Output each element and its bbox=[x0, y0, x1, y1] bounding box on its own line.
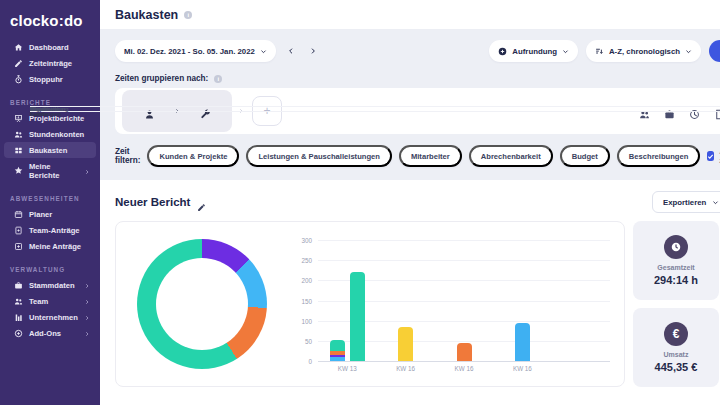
date-range-selector[interactable]: Mi. 02. Dez. 2021 - So. 05. Jan. 2022 bbox=[115, 40, 276, 62]
sidebar-item-label: Planer bbox=[29, 210, 52, 219]
sidebar-item-label: Meine Berichte bbox=[29, 162, 78, 180]
bar bbox=[330, 340, 345, 361]
info-icon[interactable]: i bbox=[184, 11, 192, 19]
chevron-down-icon bbox=[685, 48, 692, 55]
grouping-label: Zeiten gruppieren nach: bbox=[115, 74, 208, 83]
pencil-icon bbox=[14, 59, 23, 68]
donut-ring bbox=[137, 239, 267, 369]
bar-segment bbox=[350, 272, 365, 361]
app-logo: clocko:do bbox=[0, 10, 100, 39]
calendar-icon bbox=[14, 210, 23, 219]
y-axis-tick: 100 bbox=[288, 317, 312, 324]
export-button[interactable]: Exportieren bbox=[652, 191, 720, 213]
sidebar-item-label: Stoppuhr bbox=[29, 75, 63, 84]
filter-label: Zeit filtern: bbox=[115, 147, 140, 165]
sidebar-item-label: Stammdaten bbox=[29, 281, 75, 290]
bar-chart: 050100150200250300KW 13KW 16KW 16KW 16 bbox=[288, 240, 610, 361]
x-axis-label: KW 16 bbox=[435, 365, 493, 372]
clock-icon bbox=[664, 235, 688, 259]
sidebar-item-label: Dashboard bbox=[29, 43, 69, 52]
rounding-icon bbox=[498, 47, 507, 56]
sidebar-item-unternehmen[interactable]: Unternehmen bbox=[4, 309, 96, 325]
filter-pill-leistungen-pauschalleistungen[interactable]: Leistungen & Pauschalleistungen bbox=[246, 145, 392, 167]
filter-pill-abrechenbarkeit[interactable]: Abrechenbarkeit bbox=[469, 145, 553, 167]
group-chip-leistungen[interactable]: Leistungen bbox=[184, 94, 226, 128]
summary-card-umsatz: €Umsatz445,35 € bbox=[633, 308, 719, 387]
y-axis-tick: 300 bbox=[288, 237, 312, 244]
sidebar-item-label: Team-Anträge bbox=[29, 226, 80, 235]
sidebar-item-team-antr-ge[interactable]: Team-Anträge bbox=[4, 222, 96, 238]
report-header: Neuer Bericht Exportieren Abrechnen bbox=[115, 192, 720, 212]
sidebar-item-label: Add-Ons bbox=[29, 329, 61, 338]
sidebar-item-meine-berichte[interactable]: Meine Berichte bbox=[4, 158, 96, 183]
sidebar-item-team[interactable]: Team bbox=[4, 293, 96, 309]
chart-icon bbox=[14, 114, 23, 123]
y-axis-tick: 250 bbox=[288, 257, 312, 264]
grid-icon bbox=[14, 146, 23, 155]
sidebar-item-label: Unternehmen bbox=[29, 313, 78, 322]
summary-card-gesamtzeit: Gesamtzeit294:14 h bbox=[633, 221, 719, 300]
plus-square-icon bbox=[14, 242, 23, 251]
sidebar-item-dashboard[interactable]: Dashboard bbox=[4, 39, 96, 55]
chevron-right-icon bbox=[84, 298, 90, 304]
grouping-option-label: Monat bbox=[30, 106, 720, 107]
sidebar-item-label: Meine Anträge bbox=[29, 242, 81, 251]
briefcase-icon bbox=[14, 281, 23, 290]
summary-value: 445,35 € bbox=[655, 361, 698, 373]
filter-pill-beschreibungen[interactable]: Beschreibungen bbox=[617, 145, 701, 167]
bar-segment bbox=[330, 340, 345, 351]
doc-plus-icon bbox=[14, 226, 23, 235]
chevron-right-icon bbox=[84, 168, 90, 174]
summary-cards: Gesamtzeit294:14 h€Umsatz445,35 € bbox=[633, 221, 719, 387]
sidebar-item-meine-antr-ge[interactable]: Meine Anträge bbox=[4, 238, 96, 254]
sidebar-section-label: ABWESENHEITEN bbox=[0, 183, 100, 206]
rounding-label: Aufrundung bbox=[512, 47, 557, 56]
grouping-bar: KundeLeistungen + MitarbeiterProjektAbre… bbox=[115, 88, 720, 134]
filter-pill-budget[interactable]: Budget bbox=[560, 145, 610, 167]
sidebar-item-add-ons[interactable]: Add-Ons bbox=[4, 325, 96, 341]
donut-chart bbox=[116, 222, 288, 386]
edit-pencil-icon[interactable] bbox=[197, 198, 206, 207]
people-icon bbox=[14, 130, 23, 139]
filter-pill-kunden-projekte[interactable]: Kunden & Projekte bbox=[147, 145, 239, 167]
euro-icon: € bbox=[664, 322, 688, 346]
x-axis-label: KW 13 bbox=[318, 365, 376, 372]
sidebar-item-stammdaten[interactable]: Stammdaten bbox=[4, 277, 96, 293]
y-axis-tick: 0 bbox=[288, 358, 312, 365]
chevron-right-icon bbox=[84, 330, 90, 336]
bar-segment bbox=[457, 343, 472, 361]
next-period-button[interactable] bbox=[306, 44, 320, 58]
stopwatch-icon bbox=[14, 75, 23, 84]
sort-dropdown[interactable]: A-Z, chronologisch bbox=[586, 40, 701, 62]
controls-band: Mi. 02. Dez. 2021 - So. 05. Jan. 2022 Au… bbox=[100, 30, 720, 180]
main-area: Baukasten i Mi. 02. Dez. 2021 - So. 05. … bbox=[100, 0, 720, 405]
sidebar-item-zeiteintr-ge[interactable]: Zeiteinträge bbox=[4, 55, 96, 71]
sidebar-item-baukasten[interactable]: Baukasten bbox=[4, 142, 96, 158]
sort-icon bbox=[595, 47, 604, 56]
bar-segment bbox=[398, 327, 413, 361]
bar-group bbox=[552, 240, 610, 361]
sidebar-item-label: Stundenkonten bbox=[29, 130, 84, 139]
sidebar-item-stoppuhr[interactable]: Stoppuhr bbox=[4, 71, 96, 87]
prev-period-button[interactable] bbox=[284, 44, 298, 58]
date-range-label: Mi. 02. Dez. 2021 - So. 05. Jan. 2022 bbox=[124, 47, 255, 56]
grouping-label-row: Zeiten gruppieren nach: i bbox=[115, 74, 720, 83]
archived-toggle[interactable]: Archivierte zeigen bbox=[707, 147, 720, 165]
sort-label: A-Z, chronologisch bbox=[609, 47, 680, 56]
chevron-right-icon bbox=[84, 314, 90, 320]
info-icon[interactable]: i bbox=[214, 75, 222, 83]
y-axis-tick: 50 bbox=[288, 337, 312, 344]
bar-group: KW 13 bbox=[318, 240, 376, 361]
app-window: clocko:do DashboardZeiteinträgeStoppuhrB… bbox=[0, 0, 720, 405]
x-axis-label: KW 16 bbox=[376, 365, 434, 372]
chevron-down-icon bbox=[562, 48, 569, 55]
save-template-button[interactable]: Vorlage speichern bbox=[709, 40, 720, 62]
sidebar-item-stundenkonten[interactable]: Stundenkonten bbox=[4, 126, 96, 142]
sidebar-item-planer[interactable]: Planer bbox=[4, 206, 96, 222]
sidebar-item-label: Baukasten bbox=[29, 146, 67, 155]
rounding-dropdown[interactable]: Aufrundung bbox=[489, 40, 578, 62]
filter-pill-mitarbeiter[interactable]: Mitarbeiter bbox=[399, 145, 462, 167]
y-axis-tick: 150 bbox=[288, 297, 312, 304]
top-bar: Baukasten i bbox=[100, 0, 720, 30]
people-icon bbox=[14, 297, 23, 306]
